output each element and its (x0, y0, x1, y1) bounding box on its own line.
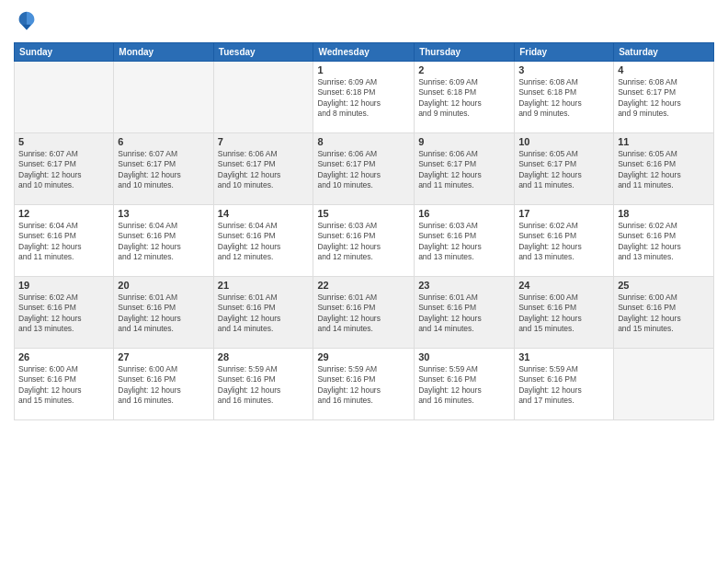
calendar-cell: 2Sunrise: 6:09 AM Sunset: 6:18 PM Daylig… (415, 62, 515, 133)
day-number: 23 (418, 280, 510, 291)
day-info: Sunrise: 6:01 AM Sunset: 6:16 PM Dayligh… (218, 293, 310, 335)
calendar-cell: 27Sunrise: 6:00 AM Sunset: 6:16 PM Dayli… (114, 349, 213, 420)
calendar-cell: 5Sunrise: 6:07 AM Sunset: 6:17 PM Daylig… (15, 133, 114, 205)
day-info: Sunrise: 6:05 AM Sunset: 6:17 PM Dayligh… (518, 149, 609, 191)
calendar-cell: 16Sunrise: 6:03 AM Sunset: 6:16 PM Dayli… (415, 205, 515, 277)
header (14, 9, 714, 35)
calendar-table: SundayMondayTuesdayWednesdayThursdayFrid… (14, 42, 714, 420)
day-number: 14 (218, 208, 310, 219)
day-info: Sunrise: 6:06 AM Sunset: 6:17 PM Dayligh… (418, 149, 510, 191)
day-info: Sunrise: 6:07 AM Sunset: 6:17 PM Dayligh… (118, 149, 209, 191)
day-number: 9 (418, 136, 510, 147)
week-row-4: 19Sunrise: 6:02 AM Sunset: 6:16 PM Dayli… (15, 277, 714, 349)
calendar-cell: 1Sunrise: 6:09 AM Sunset: 6:18 PM Daylig… (313, 62, 415, 133)
day-number: 20 (118, 280, 209, 291)
day-info: Sunrise: 6:09 AM Sunset: 6:18 PM Dayligh… (418, 77, 510, 120)
day-number: 16 (418, 208, 510, 219)
day-info: Sunrise: 6:01 AM Sunset: 6:16 PM Dayligh… (118, 293, 209, 335)
day-header-tuesday: Tuesday (213, 43, 313, 62)
day-number: 13 (118, 208, 209, 219)
calendar-cell: 14Sunrise: 6:04 AM Sunset: 6:16 PM Dayli… (213, 205, 313, 277)
day-number: 26 (18, 351, 109, 362)
calendar-cell: 13Sunrise: 6:04 AM Sunset: 6:16 PM Dayli… (114, 205, 213, 277)
day-number: 8 (317, 136, 410, 147)
calendar-cell: 8Sunrise: 6:06 AM Sunset: 6:17 PM Daylig… (313, 133, 415, 205)
day-info: Sunrise: 5:59 AM Sunset: 6:16 PM Dayligh… (518, 364, 609, 407)
day-number: 5 (18, 136, 109, 147)
page: SundayMondayTuesdayWednesdayThursdayFrid… (0, 0, 728, 563)
day-number: 29 (317, 351, 410, 362)
day-info: Sunrise: 6:00 AM Sunset: 6:16 PM Dayligh… (118, 364, 209, 407)
logo-icon (14, 9, 40, 35)
day-number: 25 (618, 280, 710, 291)
day-info: Sunrise: 6:03 AM Sunset: 6:16 PM Dayligh… (418, 221, 510, 263)
day-info: Sunrise: 6:05 AM Sunset: 6:16 PM Dayligh… (618, 149, 710, 191)
day-info: Sunrise: 6:04 AM Sunset: 6:16 PM Dayligh… (218, 221, 310, 263)
calendar-cell: 31Sunrise: 5:59 AM Sunset: 6:16 PM Dayli… (515, 349, 614, 420)
day-info: Sunrise: 6:04 AM Sunset: 6:16 PM Dayligh… (18, 221, 109, 263)
week-row-5: 26Sunrise: 6:00 AM Sunset: 6:16 PM Dayli… (15, 349, 714, 420)
day-info: Sunrise: 6:02 AM Sunset: 6:16 PM Dayligh… (618, 221, 710, 263)
day-header-friday: Friday (515, 43, 614, 62)
calendar-cell: 29Sunrise: 5:59 AM Sunset: 6:16 PM Dayli… (313, 349, 415, 420)
calendar-cell: 19Sunrise: 6:02 AM Sunset: 6:16 PM Dayli… (15, 277, 114, 349)
calendar-cell: 25Sunrise: 6:00 AM Sunset: 6:16 PM Dayli… (614, 277, 714, 349)
calendar-cell: 7Sunrise: 6:06 AM Sunset: 6:17 PM Daylig… (213, 133, 313, 205)
day-info: Sunrise: 5:59 AM Sunset: 6:16 PM Dayligh… (418, 364, 510, 407)
calendar-cell (614, 349, 714, 420)
day-number: 27 (118, 351, 209, 362)
day-info: Sunrise: 6:01 AM Sunset: 6:16 PM Dayligh… (317, 293, 410, 335)
day-header-thursday: Thursday (415, 43, 515, 62)
day-number: 31 (518, 351, 609, 362)
day-number: 21 (218, 280, 310, 291)
calendar-cell: 21Sunrise: 6:01 AM Sunset: 6:16 PM Dayli… (213, 277, 313, 349)
calendar-cell: 20Sunrise: 6:01 AM Sunset: 6:16 PM Dayli… (114, 277, 213, 349)
day-info: Sunrise: 6:08 AM Sunset: 6:17 PM Dayligh… (618, 77, 710, 120)
day-info: Sunrise: 6:06 AM Sunset: 6:17 PM Dayligh… (218, 149, 310, 191)
day-number: 7 (218, 136, 310, 147)
day-number: 4 (618, 64, 710, 75)
calendar-cell: 6Sunrise: 6:07 AM Sunset: 6:17 PM Daylig… (114, 133, 213, 205)
calendar-cell (15, 62, 114, 133)
calendar-cell: 30Sunrise: 5:59 AM Sunset: 6:16 PM Dayli… (415, 349, 515, 420)
day-number: 11 (618, 136, 710, 147)
day-header-saturday: Saturday (614, 43, 714, 62)
day-header-monday: Monday (114, 43, 213, 62)
logo (14, 9, 44, 35)
day-number: 19 (18, 280, 109, 291)
calendar-cell: 28Sunrise: 5:59 AM Sunset: 6:16 PM Dayli… (213, 349, 313, 420)
header-row: SundayMondayTuesdayWednesdayThursdayFrid… (15, 43, 714, 62)
day-info: Sunrise: 6:00 AM Sunset: 6:16 PM Dayligh… (618, 293, 710, 335)
calendar-cell: 23Sunrise: 6:01 AM Sunset: 6:16 PM Dayli… (415, 277, 515, 349)
calendar-cell: 15Sunrise: 6:03 AM Sunset: 6:16 PM Dayli… (313, 205, 415, 277)
week-row-3: 12Sunrise: 6:04 AM Sunset: 6:16 PM Dayli… (15, 205, 714, 277)
day-info: Sunrise: 6:02 AM Sunset: 6:16 PM Dayligh… (18, 293, 109, 335)
day-info: Sunrise: 6:00 AM Sunset: 6:16 PM Dayligh… (518, 293, 609, 335)
calendar-cell (213, 62, 313, 133)
day-number: 1 (317, 64, 410, 75)
calendar-cell: 12Sunrise: 6:04 AM Sunset: 6:16 PM Dayli… (15, 205, 114, 277)
day-info: Sunrise: 5:59 AM Sunset: 6:16 PM Dayligh… (317, 364, 410, 407)
day-info: Sunrise: 6:09 AM Sunset: 6:18 PM Dayligh… (317, 77, 410, 120)
week-row-2: 5Sunrise: 6:07 AM Sunset: 6:17 PM Daylig… (15, 133, 714, 205)
calendar-cell: 24Sunrise: 6:00 AM Sunset: 6:16 PM Dayli… (515, 277, 614, 349)
calendar-cell: 26Sunrise: 6:00 AM Sunset: 6:16 PM Dayli… (15, 349, 114, 420)
day-number: 22 (317, 280, 410, 291)
day-info: Sunrise: 6:02 AM Sunset: 6:16 PM Dayligh… (518, 221, 609, 263)
day-number: 6 (118, 136, 209, 147)
calendar-cell: 9Sunrise: 6:06 AM Sunset: 6:17 PM Daylig… (415, 133, 515, 205)
day-number: 30 (418, 351, 510, 362)
day-info: Sunrise: 6:03 AM Sunset: 6:16 PM Dayligh… (317, 221, 410, 263)
day-info: Sunrise: 6:06 AM Sunset: 6:17 PM Dayligh… (317, 149, 410, 191)
calendar-cell: 3Sunrise: 6:08 AM Sunset: 6:18 PM Daylig… (515, 62, 614, 133)
day-info: Sunrise: 6:00 AM Sunset: 6:16 PM Dayligh… (18, 364, 109, 407)
day-number: 17 (518, 208, 609, 219)
day-number: 12 (18, 208, 109, 219)
calendar-cell (114, 62, 213, 133)
day-number: 10 (518, 136, 609, 147)
calendar-cell: 4Sunrise: 6:08 AM Sunset: 6:17 PM Daylig… (614, 62, 714, 133)
day-info: Sunrise: 6:01 AM Sunset: 6:16 PM Dayligh… (418, 293, 510, 335)
day-info: Sunrise: 6:08 AM Sunset: 6:18 PM Dayligh… (518, 77, 609, 120)
day-header-sunday: Sunday (15, 43, 114, 62)
calendar-cell: 18Sunrise: 6:02 AM Sunset: 6:16 PM Dayli… (614, 205, 714, 277)
